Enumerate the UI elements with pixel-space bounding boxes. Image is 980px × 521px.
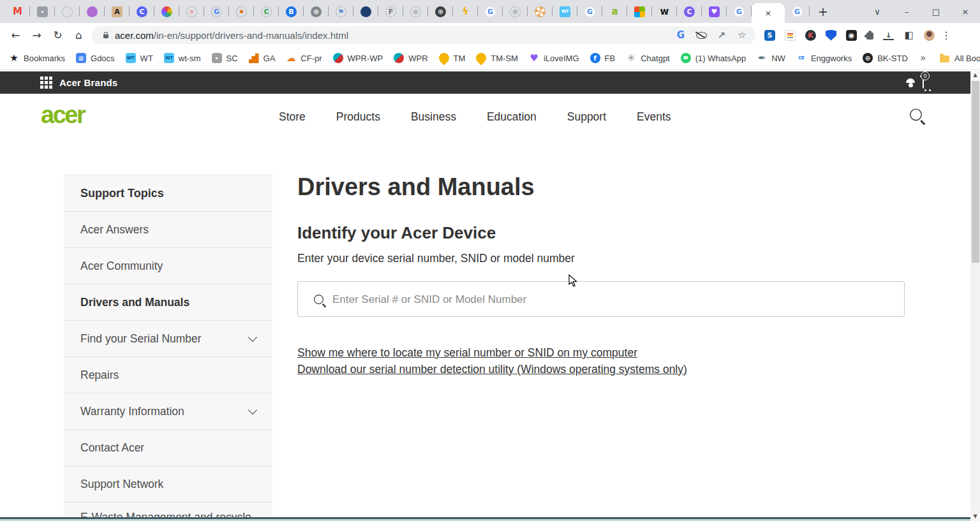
serial-search-input[interactable] <box>331 283 895 317</box>
bookmark-wt-sm[interactable]: WT wt-sm <box>164 53 201 63</box>
tab-navy-circle[interactable] <box>353 0 378 23</box>
sidebar-item-repairs[interactable]: Repairs <box>64 357 272 393</box>
share-icon[interactable]: ↗ <box>716 29 727 41</box>
tab-wheel-orange[interactable] <box>528 0 553 23</box>
acer-logo[interactable]: acer <box>41 103 84 127</box>
bookmark-bk-std[interactable]: ⊕ BK-STD <box>863 53 908 63</box>
k-extension-icon[interactable]: K <box>805 30 816 41</box>
google-g-icon[interactable]: G <box>675 29 687 41</box>
nav-item[interactable]: Support <box>567 110 606 124</box>
tab-globe-gray[interactable]: ⊕ <box>304 0 329 23</box>
tab-cf-discarded[interactable]: F <box>378 0 403 23</box>
tab-canva[interactable]: C <box>130 0 154 23</box>
page-scrollbar[interactable]: ▲ ▼ <box>970 70 980 521</box>
browser-menu-icon[interactable]: ⋮ <box>941 29 951 41</box>
home-icon[interactable]: ⌂ <box>68 25 89 46</box>
tab-discarded-pink[interactable]: ● <box>179 0 204 23</box>
back-icon[interactable]: ← <box>5 25 26 46</box>
bookmark-sc[interactable]: • SC <box>212 53 238 63</box>
tab-globe-dark[interactable]: ⊕ <box>428 0 453 23</box>
bookmarks-overflow-chevron[interactable]: » <box>920 52 926 64</box>
address-bar[interactable]: acer.com/in-en/support/drivers-and-manua… <box>92 26 755 44</box>
bookmark-tm-sm[interactable]: TM-SM <box>476 53 518 63</box>
tab-close-icon[interactable]: × <box>765 8 772 18</box>
close-icon[interactable]: × <box>951 0 980 23</box>
reading-mode-icon[interactable]: ◧ <box>903 30 914 41</box>
bookmark-nw[interactable]: ✒ NW <box>757 53 785 63</box>
bookmark-whatsapp[interactable]: ☎ (1) WhatsApp <box>681 53 746 63</box>
scroll-up-arrow[interactable]: ▲ <box>970 70 980 80</box>
help-link[interactable]: Show me where to locate my serial number… <box>297 344 905 361</box>
sidebar-item-warranty-information[interactable]: Warranty Information <box>64 393 272 430</box>
forward-icon[interactable]: → <box>26 25 47 46</box>
profile-avatar[interactable] <box>924 30 935 41</box>
sidebar-item-acer-answers[interactable]: Acer Answers <box>64 212 272 248</box>
tab-heart-chat[interactable]: ♥ <box>702 0 727 23</box>
sidebar-item-acer-community[interactable]: Acer Community <box>64 248 272 284</box>
active-tab[interactable]: × <box>752 3 785 23</box>
reading-list-extension-icon[interactable] <box>785 30 796 41</box>
tab-google-discarded[interactable]: G <box>204 0 229 23</box>
apps-grid-icon[interactable] <box>40 77 52 89</box>
nav-item[interactable]: Education <box>487 110 537 124</box>
tab-purple-app[interactable] <box>80 0 105 23</box>
tab-toolbox[interactable]: • <box>30 0 55 23</box>
bookmark-wt[interactable]: WT WT <box>126 53 153 63</box>
bookmark-enggworks[interactable]: CE Enggworks <box>796 53 852 63</box>
tab-gmail[interactable]: M <box>5 0 30 23</box>
tab-wt[interactable]: WT <box>553 0 577 23</box>
tab-photos-wheel[interactable] <box>154 0 179 23</box>
tab-google[interactable]: G <box>478 0 503 23</box>
tab-wattpad[interactable]: w <box>652 0 677 23</box>
nav-item[interactable]: Business <box>411 110 456 124</box>
tab-discarded[interactable] <box>55 0 80 23</box>
new-tab-button[interactable]: + <box>813 2 833 21</box>
help-link[interactable]: Download our serial number detection uti… <box>297 361 905 378</box>
tab-microsoft[interactable] <box>627 0 652 23</box>
sidebar-item-contact-acer[interactable]: Contact Acer <box>64 430 272 466</box>
bookmark-fb[interactable]: f FB <box>590 53 616 63</box>
url-text[interactable]: acer.com/in-en/support/drivers-and-manua… <box>115 30 667 41</box>
acer-brands-label[interactable]: Acer Brands <box>59 77 117 88</box>
maximize-icon[interactable]: □ <box>921 0 951 23</box>
tab-acer[interactable]: a <box>602 0 627 23</box>
extensions-puzzle-icon[interactable] <box>866 33 873 40</box>
bookmark-iloveimg[interactable]: ♥ iLoveIMG <box>529 53 579 63</box>
tab-google-3[interactable]: G <box>727 0 752 23</box>
dark-extension-icon[interactable]: ◉ <box>846 30 857 41</box>
tab-globe-discarded-2[interactable]: ⊕ <box>503 0 528 23</box>
tab-globe-discarded[interactable]: ⊕ <box>403 0 428 23</box>
s-extension-icon[interactable]: S <box>764 30 775 41</box>
scroll-down-arrow[interactable]: ▼ <box>970 511 980 521</box>
tab-search-chevron-icon[interactable]: ∨ <box>863 0 892 23</box>
nav-item[interactable]: Store <box>279 110 306 124</box>
bookmark-star-icon[interactable]: ☆ <box>736 29 748 41</box>
bookmark-bookmarks[interactable]: ★ Bookmarks <box>9 53 65 63</box>
sidebar-item-drivers-and-manuals[interactable]: Drivers and Manuals <box>64 284 272 321</box>
tab-google-2[interactable]: G <box>577 0 602 23</box>
tab-discarded-orange[interactable]: ● <box>229 0 254 23</box>
lock-icon[interactable] <box>103 34 108 38</box>
bookmark-ga[interactable]: GA <box>249 53 276 63</box>
bitwarden-shield-icon[interactable] <box>826 30 836 41</box>
downloads-icon[interactable]: ↓ <box>883 31 894 40</box>
tab-b-blue[interactable]: B <box>279 0 304 23</box>
bookmark-chatgpt[interactable]: ✳ Chatgpt <box>626 53 670 63</box>
all-bookmarks-button[interactable]: All Bookmarks <box>940 54 980 63</box>
tab-bolt[interactable]: ϟ <box>453 0 478 23</box>
tab-c-green-discarded[interactable]: C <box>254 0 279 23</box>
bookmark-gdocs[interactable]: ≡ Gdocs <box>76 53 115 63</box>
scrollbar-thumb[interactable] <box>972 81 979 263</box>
cart-icon[interactable]: 0 <box>923 77 924 89</box>
sidebar-item-find-your-serial-number[interactable]: Find your Serial Number <box>64 321 272 357</box>
tab-google-4[interactable]: G <box>785 0 810 23</box>
nav-item[interactable]: Events <box>637 110 671 124</box>
eye-off-icon[interactable] <box>695 29 707 41</box>
bookmark-wpr[interactable]: WPR <box>394 53 427 63</box>
tab-notes-a[interactable]: A <box>105 0 130 23</box>
sidebar-item-support-network[interactable]: Support Network <box>64 466 272 503</box>
site-search-icon[interactable] <box>910 108 922 124</box>
tab-flag-discarded[interactable]: ⚑ <box>329 0 353 23</box>
minimize-icon[interactable]: – <box>892 0 921 23</box>
bookmark-tm[interactable]: TM <box>439 53 466 63</box>
